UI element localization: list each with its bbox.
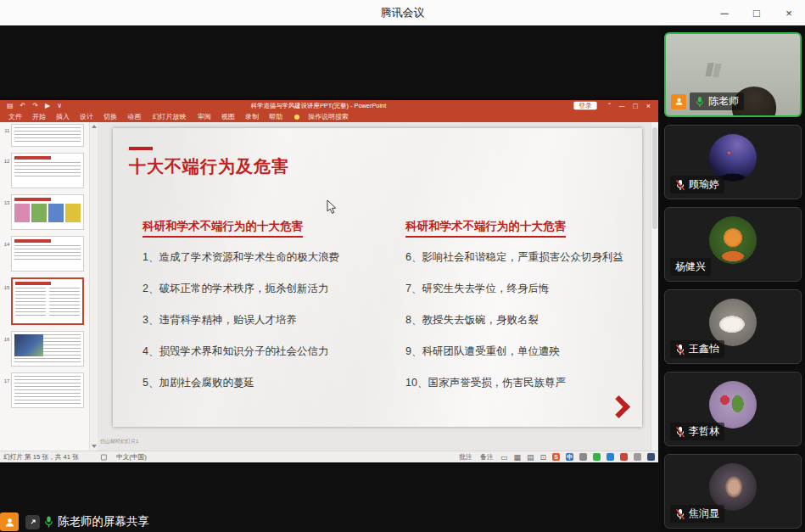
ppt-close-button[interactable]: × <box>646 102 651 110</box>
tray-icon[interactable] <box>647 453 655 461</box>
slide-bullet: 6、影响社会和谐稳定，严重损害公众切身利益 <box>405 251 639 264</box>
view-reading-icon[interactable]: ▤ <box>527 453 534 462</box>
view-slideshow-icon[interactable]: ⊡ <box>539 453 546 462</box>
right-column-heading: 科研和学术不端行为的十大危害 <box>405 219 566 238</box>
slide-thumbnail-selected[interactable]: 15 <box>0 277 89 325</box>
tab-home[interactable]: 开始 <box>29 112 50 121</box>
slide-bullet: 9、科研团队遭受重创，单位遭殃 <box>405 345 639 358</box>
slide-thumbnail[interactable]: 16 <box>0 331 89 367</box>
slide-thumbnail[interactable]: 14 <box>0 236 89 272</box>
view-normal-icon[interactable]: ▭ <box>500 453 508 462</box>
tab-file[interactable]: 文件 <box>5 112 26 121</box>
slide-bullet: 1、造成了学术资源和学术生命的极大浪费 <box>143 251 397 264</box>
screen-share-icon <box>25 515 40 529</box>
save-icon[interactable]: ▤ <box>7 100 14 111</box>
quick-access-more-icon[interactable]: ∨ <box>57 100 62 111</box>
slide-thumbnail[interactable]: 11 <box>0 124 89 147</box>
avatar <box>709 299 757 346</box>
tell-me-search[interactable]: 操作说明搜索 <box>305 112 352 121</box>
thumbnail-scrollbar[interactable] <box>89 122 98 451</box>
login-button[interactable]: 登录 <box>573 102 596 109</box>
tencent-meeting-window: 腾讯会议 ─ □ × ▤ ↶ ↷ ▶ ∨ 科学道德与学风建设讲座PPT(完整) … <box>0 0 805 532</box>
ppt-body: 11 12 13 <box>0 122 658 451</box>
maximize-button[interactable]: □ <box>741 0 773 25</box>
participant-tile-speaking[interactable]: 陈老师 <box>664 32 802 117</box>
language-indicator[interactable]: 中文(中国) <box>116 452 147 462</box>
current-slide[interactable]: 十大不端行为及危害 科研和学术不端行为的十大危害 1、造成了学术资源和学术生命的… <box>113 128 642 427</box>
slide-bullet: 10、国家声誉受损，伤害民族尊严 <box>405 377 639 389</box>
ppt-maximize-button[interactable]: □ <box>633 102 637 110</box>
tray-icon[interactable] <box>620 453 628 461</box>
notes-button[interactable]: 备注 <box>480 452 493 462</box>
participant-name: 杨健兴 <box>675 260 706 274</box>
slide-thumbnail-panel: 11 12 13 <box>0 122 89 451</box>
ribbon-options-icon[interactable]: ˆ <box>608 102 611 110</box>
tray-icon[interactable] <box>607 453 614 461</box>
slide-bullet: 7、研究生失去学位，终身后悔 <box>405 283 639 295</box>
participant-tile[interactable]: 李哲林 <box>664 372 802 446</box>
tab-help[interactable]: 帮助 <box>266 112 287 121</box>
tray-icon[interactable] <box>634 453 641 461</box>
meeting-main-area: ▤ ↶ ↷ ▶ ∨ 科学道德与学风建设讲座PPT(完整) - PowerPoin… <box>0 25 805 532</box>
tab-insert[interactable]: 插入 <box>53 112 74 121</box>
window-controls: ─ □ × <box>708 0 805 25</box>
slide-thumbnail[interactable]: 13 <box>0 194 89 230</box>
sogou-ime-icon[interactable]: S <box>552 453 560 461</box>
slide-counter: 幻灯片 第 15 张，共 41 张 <box>3 452 79 462</box>
slide-thumbnail[interactable]: 12 <box>0 153 89 188</box>
slide-thumbnail[interactable]: 17 <box>0 372 89 408</box>
tab-slideshow[interactable]: 幻灯片放映 <box>148 112 189 121</box>
mic-muted-icon <box>675 344 685 356</box>
tab-transitions[interactable]: 切换 <box>100 112 121 121</box>
ppt-status-bar: 幻灯片 第 15 张，共 41 张 中文(中国) 批注 备注 ▭ ▦ ▤ ⊡ S… <box>0 451 658 462</box>
slide-bullet: 3、违背科学精神，贻误人才培养 <box>143 314 397 327</box>
slide-scrollbar-thumb[interactable] <box>652 127 657 229</box>
search-lightbulb-icon <box>294 115 299 120</box>
participant-tile[interactable]: 顾瑜婷 <box>664 125 802 199</box>
tab-view[interactable]: 视图 <box>218 112 239 121</box>
shared-powerpoint-window: ▤ ↶ ↷ ▶ ∨ 科学道德与学风建设讲座PPT(完整) - PowerPoin… <box>0 100 658 462</box>
avatar <box>709 381 757 428</box>
off-slide-text: 仿山财经幻灯片1 <box>100 438 138 445</box>
participants-sidebar: 陈老师 顾瑜婷 杨健兴 <box>661 25 805 532</box>
comments-button[interactable]: 批注 <box>459 452 472 462</box>
redo-icon[interactable]: ↷ <box>32 100 38 111</box>
slide-scrollbar[interactable] <box>651 122 658 451</box>
minimize-button[interactable]: ─ <box>708 0 741 25</box>
participant-name: 焦润显 <box>689 507 719 521</box>
slide-bullet: 4、损毁学术界和知识分子的社会公信力 <box>143 345 397 358</box>
accessibility-icon[interactable] <box>101 454 107 460</box>
tab-animations[interactable]: 动画 <box>124 112 145 121</box>
mic-muted-icon <box>675 508 685 520</box>
close-button[interactable]: × <box>773 0 805 25</box>
screen-share-stage: ▤ ↶ ↷ ▶ ∨ 科学道德与学风建设讲座PPT(完整) - PowerPoin… <box>0 25 661 532</box>
title-accent-dash <box>129 147 153 150</box>
slideshow-icon[interactable]: ▶ <box>45 100 50 111</box>
avatar <box>709 216 757 264</box>
tray-icon[interactable] <box>593 453 601 461</box>
mic-muted-icon <box>675 426 685 438</box>
view-sorter-icon[interactable]: ▦ <box>513 453 521 462</box>
video-background-detail <box>705 63 713 76</box>
avatar <box>709 463 757 511</box>
slide-bullet: 5、加剧社会腐败的蔓延 <box>143 377 397 389</box>
tab-review[interactable]: 审阅 <box>194 112 215 121</box>
screen-share-banner: 陈老师的屏幕共享 <box>0 512 149 532</box>
mic-on-icon <box>695 96 705 108</box>
ime-language-icon[interactable]: 中 <box>566 453 573 461</box>
tab-record[interactable]: 录制 <box>242 112 263 121</box>
participant-name: 陈老师 <box>708 94 739 109</box>
participant-tile[interactable]: 王鑫怡 <box>664 289 802 364</box>
participant-tile[interactable]: 焦润显 <box>664 454 802 529</box>
tray-icon[interactable] <box>579 453 587 461</box>
undo-icon[interactable]: ↶ <box>20 100 26 111</box>
participant-name: 王鑫怡 <box>689 342 719 356</box>
slide-right-column: 科研和学术不端行为的十大危害 6、影响社会和谐稳定，严重损害公众切身利益 7、研… <box>405 218 639 408</box>
mic-on-icon <box>43 515 54 529</box>
tab-design[interactable]: 设计 <box>76 112 98 121</box>
ppt-document-title: 科学道德与学风建设讲座PPT(完整) - PowerPoint <box>111 101 526 110</box>
ppt-titlebar: ▤ ↶ ↷ ▶ ∨ 科学道德与学风建设讲座PPT(完整) - PowerPoin… <box>0 100 658 111</box>
mic-muted-icon <box>675 179 685 191</box>
ppt-minimize-button[interactable]: ─ <box>619 102 624 110</box>
participant-tile[interactable]: 杨健兴 <box>664 207 802 282</box>
